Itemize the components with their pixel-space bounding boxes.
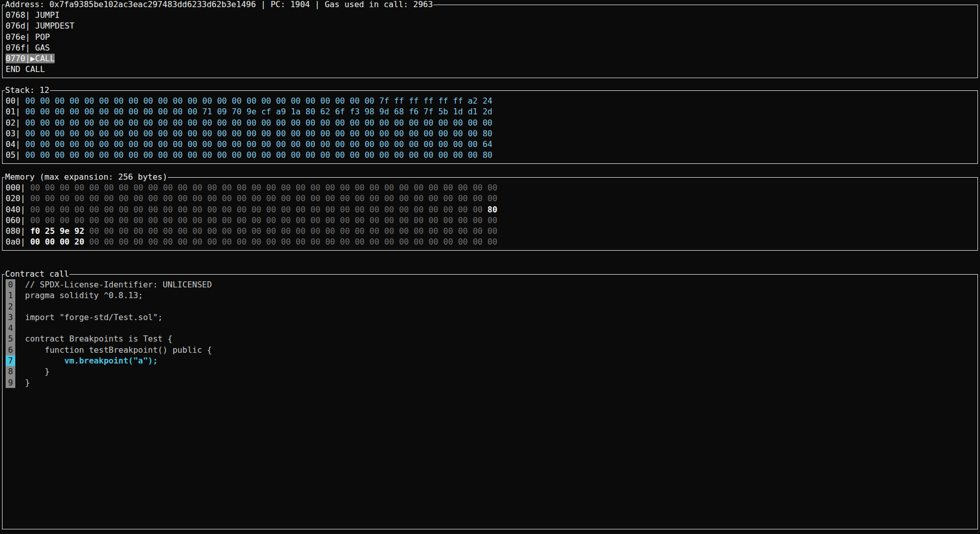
opcode-line: 0768| JUMPI: [6, 10, 974, 20]
opcode-text: END CALL: [6, 64, 45, 74]
source-line-number: 7: [6, 355, 15, 366]
stack-row-label: 05|: [6, 150, 26, 160]
opcode-text: 076d| JUMPDEST: [6, 21, 75, 31]
memory-row-label: 000|: [6, 183, 30, 192]
memory-row: 060| 00 00 00 00 00 00 00 00 00 00 00 00…: [6, 215, 974, 226]
source-line: 2: [6, 301, 974, 312]
memory-row-label: 0a0|: [6, 237, 30, 247]
stack-panel: Stack: 12 00| 00 00 00 00 00 00 00 00 00…: [2, 90, 978, 164]
memory-row: 0a0| 00 00 00 20 00 00 00 00 00 00 00 00…: [6, 236, 974, 247]
source-line-code: import "forge-std/Test.sol";: [25, 312, 163, 323]
stack-row: 03| 00 00 00 00 00 00 00 00 00 00 00 00 …: [6, 128, 974, 139]
source-line-number: 1: [6, 290, 15, 301]
memory-byte-segment: 80: [482, 205, 497, 214]
memory-row: 000| 00 00 00 00 00 00 00 00 00 00 00 00…: [6, 182, 974, 193]
source-line-number: 9: [6, 377, 15, 388]
source-line: 1pragma solidity ^0.8.13;: [6, 290, 974, 301]
opcode-line: END CALL: [6, 64, 974, 75]
memory-byte-segment: 00 00 00 00 00 00 00 00 00 00 00 00 00 0…: [30, 215, 497, 225]
contract-call-panel-title: Contract call: [5, 269, 69, 279]
stack-row-bytes: 00 00 00 00 00 00 00 00 00 00 00 00 00 0…: [26, 129, 493, 138]
source-line-number: 2: [6, 301, 15, 312]
stack-row: 00| 00 00 00 00 00 00 00 00 00 00 00 00 …: [6, 95, 974, 106]
memory-row-label: 020|: [6, 193, 30, 203]
opcode-line: 076f| GAS: [6, 42, 974, 53]
memory-panel-title: Memory (max expansion: 256 bytes): [5, 172, 168, 182]
source-line: 8 }: [6, 366, 974, 377]
memory-byte-segment: 00 00 00 00 00 00 00 00 00 00 00 00 00 0…: [84, 237, 497, 247]
source-line-code: vm.breakpoint("a");: [25, 355, 158, 366]
source-line-code: contract Breakpoints is Test {: [25, 333, 173, 344]
memory-row: 080| f0 25 9e 92 00 00 00 00 00 00 00 00…: [6, 226, 974, 236]
memory-byte-segment: 00 00 00 00 00 00 00 00 00 00 00 00 00 0…: [30, 193, 497, 203]
stack-row-bytes: 00 00 00 00 00 00 00 00 00 00 00 00 00 0…: [26, 118, 493, 128]
current-opcode-line: 0770|▶CALL: [6, 53, 974, 64]
stack-rows: 00| 00 00 00 00 00 00 00 00 00 00 00 00 …: [6, 95, 974, 161]
memory-row-label: 060|: [6, 215, 30, 225]
memory-byte-segment: 00 00 00 20: [30, 237, 84, 247]
stack-row-label: 01|: [6, 107, 26, 116]
memory-rows: 000| 00 00 00 00 00 00 00 00 00 00 00 00…: [6, 182, 974, 248]
stack-row-bytes: 00 00 00 00 00 00 00 00 00 00 00 00 71 0…: [26, 107, 493, 116]
stack-row: 02| 00 00 00 00 00 00 00 00 00 00 00 00 …: [6, 117, 974, 128]
opcode-panel-title: Address: 0x7fa9385be102ac3eac297483dd623…: [5, 0, 433, 9]
opcode-text: 076e| POP: [6, 32, 50, 42]
source-line-number: 8: [6, 366, 15, 377]
stack-row: 05| 00 00 00 00 00 00 00 00 00 00 00 00 …: [6, 150, 974, 160]
opcode-line: 076d| JUMPDEST: [6, 20, 974, 31]
source-line: 6 function testBreakpoint() public {: [6, 345, 974, 355]
source-line-number: 0: [6, 279, 15, 290]
opcode-panel: Address: 0x7fa9385be102ac3eac297483dd623…: [2, 5, 978, 78]
memory-byte-segment: 00 00 00 00 00 00 00 00 00 00 00 00 00 0…: [84, 226, 497, 236]
source-line: 3import "forge-std/Test.sol";: [6, 312, 974, 323]
opcode-lines: 0768| JUMPI076d| JUMPDEST076e| POP076f| …: [6, 10, 974, 75]
opcode-line: 076e| POP: [6, 32, 974, 42]
source-line-number: 6: [6, 345, 15, 355]
stack-row-bytes: 00 00 00 00 00 00 00 00 00 00 00 00 00 0…: [26, 96, 493, 106]
memory-row-label: 040|: [6, 205, 30, 214]
source-line-number: 5: [6, 333, 15, 344]
stack-row-label: 00|: [6, 96, 26, 106]
source-line: 5contract Breakpoints is Test {: [6, 333, 974, 344]
breakpoint-line: 7 vm.breakpoint("a");: [6, 355, 974, 366]
opcode-text: 0770|▶CALL: [6, 54, 55, 63]
stack-row-bytes: 00 00 00 00 00 00 00 00 00 00 00 00 00 0…: [26, 150, 493, 160]
source-line-code: // SPDX-License-Identifier: UNLICENSED: [25, 279, 212, 290]
debugger-terminal-screen[interactable]: Address: 0x7fa9385be102ac3eac297483dd623…: [0, 0, 980, 534]
source-line-code: }: [25, 366, 50, 377]
memory-row: 040| 00 00 00 00 00 00 00 00 00 00 00 00…: [6, 204, 974, 215]
memory-row-label: 080|: [6, 226, 30, 236]
source-line-code: function testBreakpoint() public {: [25, 345, 212, 355]
stack-row: 01| 00 00 00 00 00 00 00 00 00 00 00 00 …: [6, 106, 974, 117]
stack-row-label: 02|: [6, 118, 26, 128]
stack-row-bytes: 00 00 00 00 00 00 00 00 00 00 00 00 00 0…: [26, 139, 493, 149]
opcode-text: 0768| JUMPI: [6, 10, 60, 20]
memory-panel: Memory (max expansion: 256 bytes) 000| 0…: [2, 177, 978, 251]
source-line: 0// SPDX-License-Identifier: UNLICENSED: [6, 279, 974, 290]
stack-row-label: 04|: [6, 139, 26, 149]
source-line-code: pragma solidity ^0.8.13;: [25, 290, 143, 301]
memory-row: 020| 00 00 00 00 00 00 00 00 00 00 00 00…: [6, 193, 974, 204]
stack-row: 04| 00 00 00 00 00 00 00 00 00 00 00 00 …: [6, 139, 974, 150]
memory-byte-segment: f0 25 9e 92: [30, 226, 84, 236]
source-lines: 0// SPDX-License-Identifier: UNLICENSED1…: [6, 279, 974, 526]
source-line: 4: [6, 323, 974, 333]
contract-call-panel: Contract call 0// SPDX-License-Identifie…: [2, 274, 978, 529]
opcode-text: 076f| GAS: [6, 43, 50, 53]
source-line: 9}: [6, 377, 974, 388]
stack-panel-title: Stack: 12: [5, 85, 50, 95]
source-line-code: }: [25, 377, 30, 388]
source-line-number: 3: [6, 312, 15, 323]
memory-byte-segment: 00 00 00 00 00 00 00 00 00 00 00 00 00 0…: [30, 205, 482, 214]
memory-byte-segment: 00 00 00 00 00 00 00 00 00 00 00 00 00 0…: [30, 183, 497, 192]
stack-row-label: 03|: [6, 129, 26, 138]
source-line-number: 4: [6, 323, 15, 333]
